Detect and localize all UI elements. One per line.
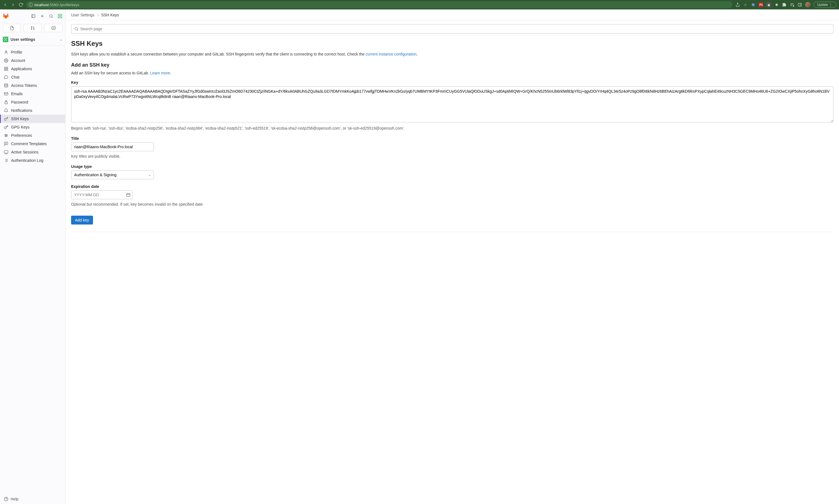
sidebar: User settings ⌄ ProfileAccountApplicatio… (0, 10, 66, 504)
sidebar-item-label: Preferences (11, 133, 32, 138)
sidebar-item-label: Emails (11, 92, 23, 96)
sidebar-section-header[interactable]: User settings ⌄ (0, 34, 65, 44)
issues-shortcut[interactable] (3, 24, 21, 32)
sidebar-item-label: Notifications (11, 108, 32, 113)
back-button[interactable] (3, 2, 8, 7)
svg-point-43 (5, 136, 6, 137)
key-label: Key (71, 80, 834, 85)
email-icon (4, 92, 8, 96)
sidebar-item-profile[interactable]: Profile (0, 48, 65, 56)
sidebar-item-label: Chat (11, 75, 19, 79)
sidebar-item-account[interactable]: Account (0, 56, 65, 65)
sidebar-item-authentication-log[interactable]: Authentication Log (0, 156, 65, 165)
panel-icon[interactable] (797, 2, 802, 7)
key-textarea[interactable] (71, 86, 834, 122)
help-link[interactable]: Help (0, 494, 65, 504)
profile-icon (4, 50, 8, 54)
svg-point-27 (4, 40, 5, 41)
profile-avatar[interactable] (805, 2, 811, 7)
sidebar-item-chat[interactable]: Chat (0, 73, 65, 81)
browser-right-icons: ☆ P1 ◉ ✱ Update ⋮ (735, 2, 836, 8)
add-key-sub: Add an SSH key for secure access to GitL… (71, 71, 834, 75)
breadcrumb-root[interactable]: User Settings (71, 13, 94, 17)
monitor-icon (4, 150, 8, 154)
svg-rect-33 (4, 69, 6, 71)
user-avatar-icon[interactable] (57, 14, 63, 19)
sidebar-item-access-tokens[interactable]: Access Tokens (0, 81, 65, 90)
sidebar-item-label: GPG Keys (11, 125, 30, 129)
search-icon (74, 26, 78, 31)
sidebar-item-notifications[interactable]: Notifications (0, 106, 65, 114)
sidebar-item-ssh-keys[interactable]: SSH Keys (0, 114, 65, 123)
svg-marker-5 (793, 5, 794, 6)
reload-button[interactable] (18, 2, 23, 7)
sidebar-item-comment-templates[interactable]: Comment Templates (0, 140, 65, 148)
title-input[interactable] (71, 142, 154, 151)
user-settings-avatar-icon (3, 37, 8, 42)
add-key-title: Add an SSH key (71, 62, 834, 68)
svg-point-21 (31, 29, 32, 30)
extension-icon[interactable] (751, 2, 756, 7)
learn-more-link[interactable]: Learn more (150, 71, 170, 75)
applications-icon (4, 67, 8, 71)
sidebar-item-preferences[interactable]: Preferences (0, 131, 65, 140)
svg-point-29 (5, 51, 7, 52)
sidebar-item-password[interactable]: Password (0, 98, 65, 106)
page-search[interactable] (71, 24, 834, 34)
merge-requests-shortcut[interactable] (23, 24, 42, 32)
svg-line-13 (52, 17, 53, 18)
bell-icon (4, 108, 8, 113)
extension-p1-icon[interactable]: P1 (758, 2, 764, 7)
sidebar-section-label: User settings (11, 37, 57, 42)
sidebar-item-emails[interactable]: Emails (0, 90, 65, 98)
extension-camera-icon[interactable]: ◉ (766, 2, 771, 7)
sidebar-item-applications[interactable]: Applications (0, 65, 65, 73)
browser-update-button[interactable]: Update ⋮ (814, 2, 836, 8)
svg-point-22 (33, 29, 34, 30)
address-bar[interactable]: i localhost:5580/-/profile/keys (26, 1, 732, 8)
bookmark-star-icon[interactable]: ☆ (743, 2, 748, 7)
add-key-button[interactable]: Add key (71, 216, 93, 224)
sidebar-item-label: Access Tokens (11, 83, 37, 88)
sidebar-item-gpg-keys[interactable]: GPG Keys (0, 123, 65, 131)
key-helper: Begins with 'ssh-rsa', 'ssh-dss', 'ecdsa… (71, 125, 834, 131)
playlist-icon[interactable] (790, 2, 795, 7)
svg-rect-37 (5, 102, 7, 104)
sidebar-item-active-sessions[interactable]: Active Sessions (0, 148, 65, 156)
instance-config-link[interactable]: current instance configuration (365, 52, 417, 56)
expiry-label: Expiration date (71, 184, 834, 189)
extensions-puzzle-icon[interactable] (782, 2, 787, 7)
sidebar-item-label: Profile (11, 50, 22, 54)
svg-point-1 (752, 3, 755, 6)
svg-point-41 (6, 135, 7, 136)
sidebar-item-label: Applications (11, 67, 32, 71)
account-icon (4, 58, 8, 63)
page-search-input[interactable] (80, 26, 831, 31)
site-info-icon[interactable]: i (29, 3, 33, 7)
token-icon (4, 83, 8, 88)
share-icon[interactable] (735, 2, 740, 7)
usage-type-select[interactable]: Authentication & Signing (71, 170, 154, 179)
help-icon (4, 497, 8, 501)
search-icon[interactable] (49, 14, 54, 19)
todos-shortcut[interactable] (44, 24, 63, 32)
lock-icon (4, 100, 8, 104)
url-path: :5580/-/profile/keys (49, 3, 79, 7)
sidebar-item-label: Comment Templates (11, 142, 47, 146)
svg-point-19 (61, 17, 62, 18)
gitlab-logo-icon[interactable] (3, 13, 9, 19)
svg-rect-31 (4, 67, 6, 69)
sidebar-collapse-icon[interactable] (31, 14, 36, 19)
extension-gear-icon[interactable]: ✱ (774, 2, 779, 7)
expiry-input[interactable] (71, 191, 133, 199)
sidebar-item-label: Password (11, 100, 28, 104)
forward-button[interactable] (11, 2, 16, 7)
sidebar-item-label: Authentication Log (11, 158, 43, 163)
svg-point-39 (5, 134, 6, 135)
list-icon (4, 158, 8, 163)
svg-rect-23 (52, 26, 55, 30)
plus-icon[interactable] (40, 14, 45, 19)
expiry-helper: Optional but recommended. If set, key be… (71, 201, 834, 207)
svg-point-24 (4, 38, 5, 39)
svg-point-35 (4, 84, 8, 85)
